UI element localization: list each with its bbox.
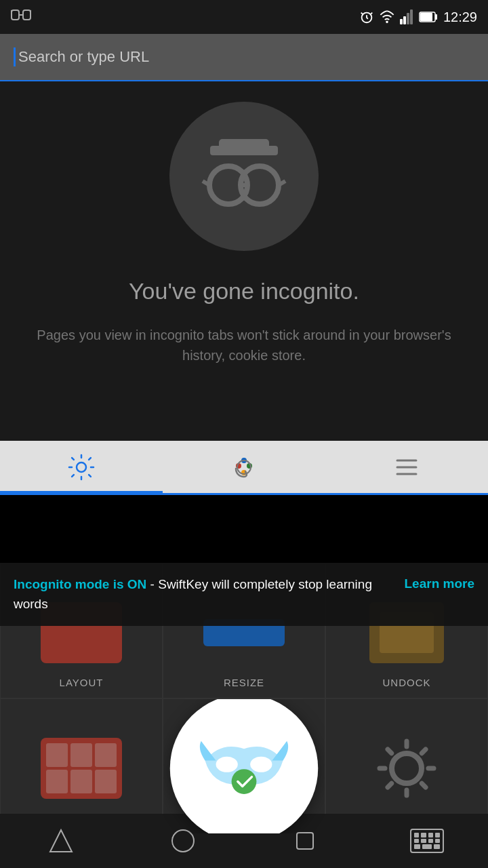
key-9 bbox=[414, 844, 420, 849]
status-bar-left bbox=[11, 9, 31, 24]
key-dot-4 bbox=[46, 770, 68, 793]
menu-icon bbox=[392, 452, 422, 482]
key-6 bbox=[421, 839, 426, 844]
svg-rect-1 bbox=[23, 10, 30, 20]
resize-label: RESIZE bbox=[224, 677, 264, 688]
key-5 bbox=[414, 839, 419, 844]
address-placeholder: Search or type URL bbox=[18, 48, 149, 66]
banner-incognito-on: Incognito mode is ON bbox=[14, 577, 146, 591]
key-8 bbox=[435, 839, 440, 844]
keyboard-nav-icon bbox=[410, 829, 444, 853]
incognito-mask-icon bbox=[197, 733, 291, 804]
keys-icon-wrapper bbox=[1, 724, 162, 812]
svg-point-33 bbox=[232, 769, 257, 794]
incognito-center-icon bbox=[170, 698, 319, 834]
svg-rect-10 bbox=[410, 9, 413, 24]
incognito-desc: Pages you view in incognito tabs won't s… bbox=[0, 325, 488, 366]
svg-point-6 bbox=[386, 21, 388, 22]
svg-line-3 bbox=[11, 10, 12, 15]
key-dot-1 bbox=[46, 743, 68, 767]
status-bar: 12:29 bbox=[0, 0, 488, 34]
learn-more-button[interactable]: Learn more bbox=[405, 576, 474, 591]
svg-rect-7 bbox=[400, 19, 403, 24]
home-icon bbox=[169, 827, 197, 854]
incognito-icon-wrapper bbox=[169, 102, 319, 251]
cursor bbox=[14, 47, 16, 66]
svg-rect-12 bbox=[420, 13, 432, 21]
signal-icon bbox=[400, 9, 413, 24]
key-10 bbox=[422, 844, 432, 849]
theme-icon bbox=[229, 452, 259, 482]
keyboard-nav-button[interactable] bbox=[407, 821, 447, 861]
svg-rect-8 bbox=[403, 16, 406, 24]
settings-icon bbox=[66, 452, 96, 482]
svg-point-34 bbox=[392, 753, 422, 783]
address-bar[interactable]: Search or type URL bbox=[0, 34, 488, 81]
svg-rect-9 bbox=[407, 13, 409, 24]
undock-label: UNDOCK bbox=[382, 677, 430, 688]
svg-line-4 bbox=[30, 10, 31, 15]
svg-point-22 bbox=[77, 462, 86, 472]
key-7 bbox=[428, 839, 433, 844]
incognito-cell[interactable]: INCOGNITO bbox=[163, 698, 325, 834]
toolbar-underline bbox=[0, 491, 163, 493]
toolbar-menu-button[interactable] bbox=[380, 447, 434, 488]
status-bar-right: 12:29 bbox=[359, 9, 477, 25]
svg-point-32 bbox=[250, 757, 272, 772]
keys-icon bbox=[41, 738, 122, 799]
toolbar-settings-button[interactable] bbox=[54, 447, 108, 488]
svg-rect-37 bbox=[297, 833, 313, 849]
toolbar-theme-button[interactable] bbox=[217, 447, 271, 488]
keyboard-toolbar bbox=[0, 441, 488, 495]
svg-rect-15 bbox=[219, 139, 269, 154]
incognito-main: You've gone incognito. Pages you view in… bbox=[0, 81, 488, 441]
svg-point-36 bbox=[172, 830, 194, 852]
incognito-cell-icon-wrapper bbox=[163, 724, 325, 812]
key-4 bbox=[435, 833, 440, 837]
incognito-title: You've gone incognito. bbox=[129, 278, 359, 304]
svg-point-31 bbox=[216, 757, 238, 772]
key-2 bbox=[421, 833, 426, 837]
svg-rect-0 bbox=[12, 10, 19, 20]
recents-button[interactable] bbox=[285, 821, 325, 861]
key-dot-3 bbox=[95, 743, 117, 767]
incognito-large-icon bbox=[193, 125, 295, 227]
incognito-status-icon bbox=[11, 9, 31, 24]
key-dot-5 bbox=[70, 770, 92, 793]
back-icon bbox=[47, 827, 75, 854]
recents-icon bbox=[291, 827, 319, 854]
key-1 bbox=[414, 833, 419, 837]
wifi-icon bbox=[380, 9, 394, 24]
key-3 bbox=[428, 833, 433, 837]
battery-icon bbox=[419, 11, 438, 23]
back-button[interactable] bbox=[41, 821, 81, 861]
keyboard-row-2 bbox=[414, 839, 440, 844]
alarm-icon bbox=[359, 9, 374, 24]
key-dot-6 bbox=[95, 770, 117, 793]
key-dot-2 bbox=[70, 743, 92, 767]
status-time: 12:29 bbox=[443, 9, 477, 25]
key-11 bbox=[434, 844, 440, 849]
more-gear-icon bbox=[373, 734, 441, 802]
incognito-banner: Incognito mode is ON - SwiftKey will com… bbox=[0, 563, 488, 626]
keyboard-row-3 bbox=[414, 844, 440, 849]
keyboard-grid: Incognito mode is ON - SwiftKey will com… bbox=[0, 563, 488, 834]
keyboard-row-1 bbox=[414, 833, 440, 837]
more-icon-wrapper bbox=[326, 724, 487, 812]
layout-label: LAYOUT bbox=[60, 677, 104, 688]
svg-marker-35 bbox=[50, 830, 72, 852]
banner-text: Incognito mode is ON - SwiftKey will com… bbox=[14, 575, 398, 614]
svg-rect-13 bbox=[435, 14, 437, 20]
home-button[interactable] bbox=[163, 821, 203, 861]
